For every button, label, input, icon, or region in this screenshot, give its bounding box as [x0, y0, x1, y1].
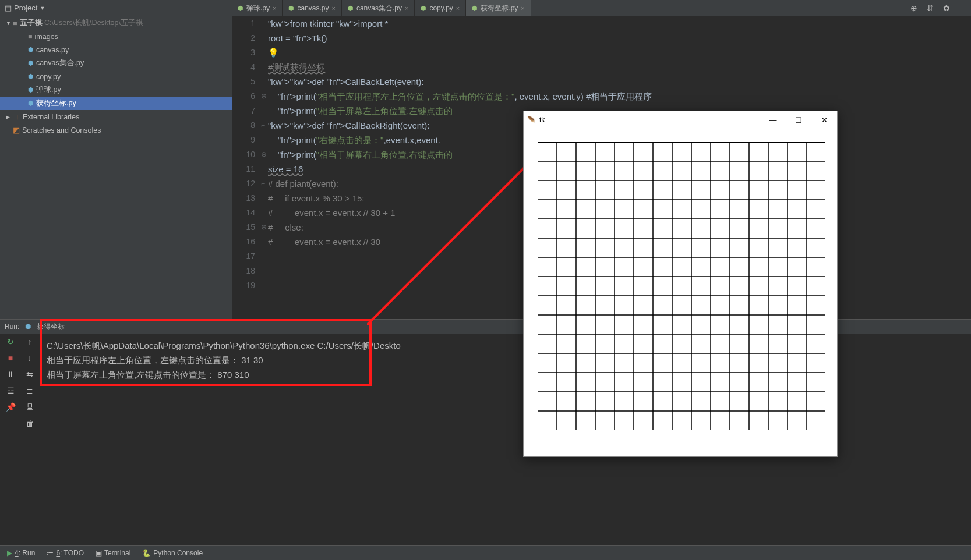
tree-item[interactable]: ⬢copy.py: [0, 70, 232, 83]
expand-arrow-icon[interactable]: ▼: [6, 20, 13, 26]
scroll-button[interactable]: ≣: [21, 382, 38, 399]
python-icon: ⬢: [25, 322, 31, 331]
tree-item-label: canvas集合.py: [36, 58, 84, 68]
hide-icon[interactable]: —: [955, 3, 971, 13]
collapse-icon[interactable]: ⇵: [922, 3, 938, 13]
tk-canvas-grid[interactable]: [538, 142, 825, 430]
locate-icon[interactable]: ⊕: [906, 3, 922, 13]
rerun-button[interactable]: ↻: [0, 334, 21, 350]
fold-column: ⊖ ⌐ ⊖ ⌐ ⊖: [261, 16, 267, 235]
tab-danqiu[interactable]: ⬢弹球.py×: [232, 0, 283, 16]
python-icon: ⬢: [288, 5, 294, 12]
tree-item[interactable]: ⬢canvas集合.py: [0, 56, 232, 70]
fold-icon[interactable]: ⊖: [261, 220, 267, 235]
tree-item[interactable]: ■images: [0, 30, 232, 43]
svg-line-0: [367, 159, 533, 325]
run-mnemonic: 4: [15, 549, 19, 557]
dropdown-arrow-icon: ▼: [40, 5, 45, 11]
fold-icon[interactable]: ⊖: [261, 147, 267, 162]
bottom-toolbar: ▶4: Run ≔6: TODO ▣Terminal 🐍Python Conso…: [0, 545, 971, 560]
gear-icon[interactable]: ✿: [938, 3, 955, 13]
python-icon: ⬢: [472, 5, 478, 12]
tab-huode-zuobiao[interactable]: ⬢获得坐标.py×: [466, 0, 531, 16]
close-icon[interactable]: ×: [456, 5, 460, 12]
folder-icon: ■: [28, 33, 33, 41]
python-icon: ⬢: [28, 86, 34, 94]
close-icon[interactable]: ×: [521, 5, 524, 12]
wrap-button[interactable]: ⇆: [21, 366, 38, 382]
bottom-run[interactable]: ▶4: Run: [7, 549, 35, 557]
tab-canvas-jihe[interactable]: ⬢canvas集合.py×: [342, 0, 415, 16]
python-icon: ⬢: [28, 59, 34, 67]
svg-rect-34: [538, 142, 825, 430]
tab-canvas[interactable]: ⬢canvas.py×: [283, 0, 341, 16]
bottom-terminal[interactable]: ▣Terminal: [96, 549, 130, 557]
tree-item-label: canvas.py: [36, 46, 69, 54]
tree-item-label: 获得坐标.py: [36, 98, 76, 108]
editor-tabs: ⬢弹球.py× ⬢canvas.py× ⬢canvas集合.py× ⬢copy.…: [232, 0, 531, 16]
python-icon: ⬢: [238, 5, 243, 12]
python-icon: ⬢: [421, 5, 426, 12]
python-icon: ⬢: [28, 73, 34, 80]
external-libraries[interactable]: ▶ ⫼ External Libraries: [0, 110, 232, 123]
print-button[interactable]: 🖶: [21, 399, 38, 415]
tree-root[interactable]: ▼ ■ 五子棋 C:\Users\长帆\Desktop\五子棋: [0, 16, 232, 30]
library-icon: ⫼: [13, 113, 20, 121]
terminal-icon: ▣: [96, 549, 102, 557]
annotation-box: [40, 319, 372, 386]
fold-end-icon[interactable]: ⌐: [261, 118, 267, 133]
tk-title-text: tk: [539, 116, 545, 124]
folder-icon: ▤: [5, 3, 12, 12]
python-icon: ⬢: [28, 100, 34, 107]
up-button[interactable]: ↑: [21, 334, 38, 350]
maximize-button[interactable]: ☐: [786, 116, 811, 125]
collapse-arrow-icon[interactable]: ▶: [6, 114, 13, 120]
dump-button[interactable]: ☲: [0, 382, 21, 399]
stop-button[interactable]: ■: [0, 350, 21, 366]
tree-item-label: 弹球.py: [36, 85, 61, 95]
project-dropdown[interactable]: ▤ Project ▼: [0, 3, 50, 12]
minimize-button[interactable]: —: [760, 116, 786, 125]
down-button[interactable]: ↓: [21, 350, 38, 366]
close-button[interactable]: ✕: [811, 116, 837, 125]
tree-item[interactable]: ⬢弹球.py: [0, 83, 232, 97]
external-libraries-label: External Libraries: [23, 113, 79, 121]
close-icon[interactable]: ×: [405, 5, 408, 12]
scratches[interactable]: ◩ Scratches and Consoles: [0, 123, 232, 137]
close-icon[interactable]: ×: [273, 5, 276, 12]
tk-window[interactable]: 🪶 tk — ☐ ✕: [523, 111, 838, 457]
tk-feather-icon: 🪶: [527, 116, 536, 124]
tree-root-path: C:\Users\长帆\Desktop\五子棋: [44, 18, 143, 28]
bottom-python-console[interactable]: 🐍Python Console: [142, 549, 203, 557]
folder-icon: ■: [13, 19, 17, 27]
run-arrow-icon: ▶: [7, 549, 12, 557]
tree-item[interactable]: ⬢获得坐标.py: [0, 97, 232, 110]
todo-icon: ≔: [47, 549, 54, 557]
tree-item-label: images: [35, 33, 58, 41]
tree-item-label: copy.py: [36, 73, 61, 81]
bottom-todo[interactable]: ≔6: TODO: [47, 549, 84, 557]
line-numbers: 12345678910111213141516171819: [232, 16, 261, 293]
run-label: Run:: [5, 322, 19, 331]
trash-button[interactable]: 🗑: [21, 415, 38, 431]
todo-mnemonic: 6: [56, 549, 60, 557]
scratch-icon: ◩: [13, 126, 20, 134]
pause-button[interactable]: ⏸: [0, 366, 21, 382]
fold-end-icon[interactable]: ⌐: [261, 176, 267, 191]
tk-titlebar[interactable]: 🪶 tk — ☐ ✕: [524, 111, 837, 129]
annotation-arrow: [367, 150, 548, 331]
python-icon: ⬢: [28, 46, 34, 54]
tree-root-label: 五子棋: [20, 18, 43, 28]
scratches-label: Scratches and Consoles: [22, 126, 101, 134]
project-label-text: Project: [14, 3, 37, 12]
python-icon: 🐍: [142, 549, 151, 557]
python-icon: ⬢: [348, 5, 354, 12]
fold-icon[interactable]: ⊖: [261, 89, 267, 104]
tab-copy[interactable]: ⬢copy.py×: [415, 0, 466, 16]
tree-item[interactable]: ⬢canvas.py: [0, 43, 232, 56]
pin-button[interactable]: 📌: [0, 399, 21, 415]
project-tree: ▼ ■ 五子棋 C:\Users\长帆\Desktop\五子棋 ■images⬢…: [0, 16, 232, 319]
close-icon[interactable]: ×: [331, 5, 335, 12]
